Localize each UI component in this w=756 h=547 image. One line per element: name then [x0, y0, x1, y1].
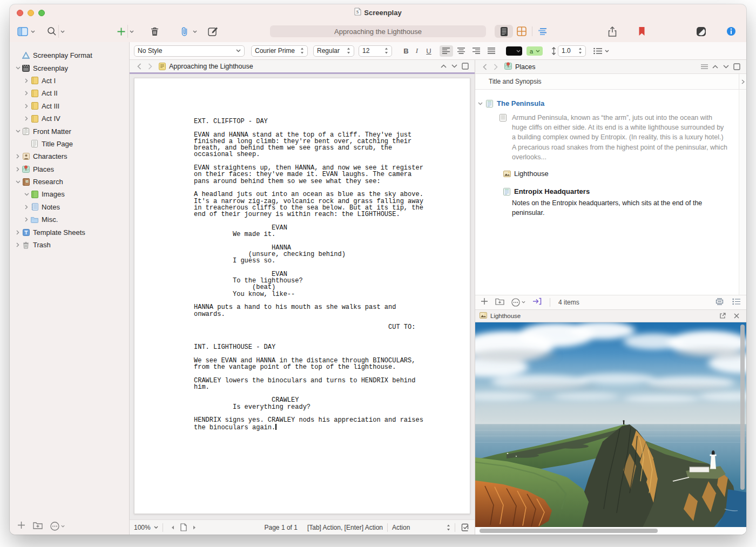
zoom-window-button[interactable] — [38, 10, 45, 16]
outline-add-icon[interactable] — [481, 298, 488, 307]
disclosure-right-icon[interactable] — [23, 217, 30, 222]
outline-item-lighthouse[interactable]: Lighthouse — [475, 167, 739, 180]
text-color-well[interactable] — [506, 46, 522, 56]
window-titlebar[interactable]: S Screenplay — [10, 4, 746, 21]
disclosure-down-icon[interactable] — [14, 130, 22, 133]
align-justify-icon[interactable] — [485, 45, 498, 57]
add-icon[interactable] — [114, 25, 127, 38]
disclosure-right-icon[interactable] — [14, 154, 22, 159]
editor-forward-icon[interactable] — [145, 61, 156, 72]
binder-item-front-matter[interactable]: Front Matter — [10, 125, 129, 137]
script-element-select[interactable]: Action — [392, 524, 450, 531]
binder-item-template-sheets[interactable]: Template Sheets — [10, 226, 129, 238]
add-options-chevron[interactable] — [127, 25, 135, 38]
binder-item-notes[interactable]: Notes — [10, 201, 129, 213]
column-expand-icon[interactable] — [739, 74, 746, 89]
editor-prev-doc-icon[interactable] — [438, 61, 449, 72]
disclosure-right-icon[interactable] — [23, 116, 30, 121]
binder-item-act-i[interactable]: Act I — [10, 75, 129, 87]
view-document-icon[interactable] — [495, 25, 513, 38]
outline-more-icon[interactable] — [511, 298, 525, 307]
binder-item-title-page[interactable]: Title Page — [10, 138, 129, 150]
search-options-chevron[interactable] — [58, 25, 66, 38]
photo-vertical-scrollbar[interactable] — [740, 325, 745, 490]
search-icon[interactable] — [45, 25, 58, 38]
info-icon[interactable] — [725, 25, 738, 38]
binder-item-act-iv[interactable]: Act IV — [10, 112, 129, 125]
editor-scroll-area[interactable]: EXT. CLIFFTOP - DAY EVAN and HANNA stand… — [130, 74, 475, 519]
outline-item-synopsis[interactable]: Armund Peninsula, known as “the arm”, ju… — [475, 113, 739, 162]
align-center-icon[interactable] — [455, 45, 468, 57]
outline-item-entropix-headquarters[interactable]: Entropix Headquarters — [475, 185, 739, 198]
style-select[interactable]: No Style — [134, 45, 245, 57]
editor-document-title[interactable]: Approaching the Lighthouse — [159, 63, 438, 70]
page-view-icon[interactable] — [178, 522, 189, 533]
places-split-icon[interactable] — [731, 62, 742, 72]
photo-horizontal-scrollbar[interactable] — [480, 529, 658, 533]
zoom-select[interactable]: 100% — [134, 524, 158, 531]
next-page-icon[interactable] — [189, 522, 200, 533]
script-text[interactable]: EXT. CLIFFTOP - DAY EVAN and HANNA stand… — [134, 78, 470, 453]
outline-item-the-peninsula[interactable]: The Peninsula — [475, 97, 739, 110]
scriptwriting-mode-icon[interactable] — [460, 522, 470, 533]
disclosure-right-icon[interactable] — [14, 167, 22, 172]
binder-item-research[interactable]: Research — [10, 175, 129, 188]
disclosure-down-icon[interactable] — [475, 102, 485, 105]
script-page[interactable]: EXT. CLIFFTOP - DAY EVAN and HANNA stand… — [134, 78, 470, 514]
disclosure-right-icon[interactable] — [23, 91, 30, 96]
align-left-icon[interactable] — [440, 45, 453, 57]
view-corkboard-icon[interactable] — [515, 25, 528, 38]
outline-item-synopsis[interactable]: Notes on the Entropix headquarters, whic… — [512, 198, 739, 218]
compose-icon[interactable] — [206, 25, 219, 38]
editor-split-icon[interactable] — [460, 61, 470, 72]
disclosure-right-icon[interactable] — [23, 104, 30, 109]
binder-more-icon[interactable] — [50, 522, 65, 531]
bookmark-icon[interactable] — [635, 25, 648, 38]
outline-add-folder-icon[interactable] — [495, 298, 504, 307]
binder-item-characters[interactable]: Characters — [10, 150, 129, 163]
attach-icon[interactable] — [178, 25, 191, 38]
font-select[interactable]: Courier Prime — [251, 45, 308, 57]
editor-next-doc-icon[interactable] — [449, 61, 460, 72]
binder-add-folder-icon[interactable] — [33, 521, 43, 531]
underline-button[interactable]: U — [422, 47, 435, 55]
outline-import-icon[interactable] — [532, 298, 542, 307]
disclosure-down-icon[interactable] — [14, 180, 22, 184]
highlight-color-well[interactable]: a — [526, 46, 543, 56]
list-style-icon[interactable] — [593, 48, 609, 55]
binder-item-act-iii[interactable]: Act III — [10, 100, 129, 112]
disclosure-down-icon[interactable] — [23, 193, 30, 196]
toolbar-search-field[interactable]: Approaching the Lighthouse — [270, 25, 486, 37]
prev-page-icon[interactable] — [167, 522, 178, 533]
disclosure-right-icon[interactable] — [14, 242, 22, 247]
lighthouse-photo[interactable] — [475, 322, 746, 528]
places-next-icon[interactable] — [720, 62, 731, 72]
italic-button[interactable]: I — [411, 46, 422, 55]
share-icon[interactable] — [606, 25, 619, 38]
line-spacing-select[interactable]: 1.0 — [558, 45, 586, 57]
outline-center-icon[interactable] — [715, 298, 724, 307]
binder-item-misc[interactable]: Misc. — [10, 213, 129, 226]
sidebar-toggle-icon[interactable] — [16, 25, 29, 38]
binder-item-screenplay[interactable]: Screenplay — [10, 62, 129, 74]
close-icon[interactable] — [731, 310, 742, 321]
column-title-synopsis[interactable]: Title and Synopsis — [475, 74, 739, 89]
places-title[interactable]: Places — [504, 62, 699, 71]
bold-button[interactable]: B — [401, 47, 411, 55]
places-forward-icon[interactable] — [490, 62, 501, 72]
attach-options-chevron[interactable] — [191, 25, 199, 38]
trash-icon[interactable] — [148, 25, 161, 38]
outline-list-icon[interactable] — [732, 298, 741, 307]
disclosure-right-icon[interactable] — [23, 78, 30, 83]
binder-item-places[interactable]: Places — [10, 163, 129, 175]
align-right-icon[interactable] — [470, 45, 483, 57]
font-size-select[interactable]: 12 — [359, 45, 392, 57]
binder-item-images[interactable]: Images — [10, 188, 129, 200]
minimize-window-button[interactable] — [28, 10, 34, 16]
font-variant-select[interactable]: Regular — [313, 45, 354, 57]
appearance-icon[interactable] — [694, 25, 707, 38]
open-external-icon[interactable] — [717, 310, 728, 321]
binder-item-screenplay-format[interactable]: Screenplay Format — [10, 49, 129, 62]
disclosure-right-icon[interactable] — [14, 230, 22, 235]
places-back-icon[interactable] — [480, 62, 490, 72]
